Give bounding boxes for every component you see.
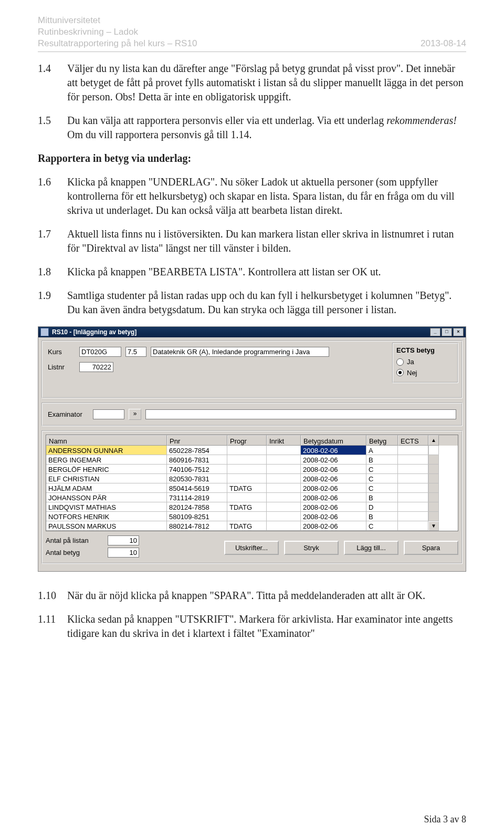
table-cell[interactable] [267,455,301,465]
stryk-button[interactable]: Stryk [284,541,339,555]
table-cell[interactable]: 2008-02-06 [301,521,366,531]
table-cell[interactable] [227,474,267,483]
table-cell[interactable]: LINDQVIST MATHIAS [46,502,167,512]
table-cell[interactable]: BERG INGEMAR [46,455,167,465]
table-cell[interactable] [227,465,267,474]
table-cell[interactable]: C [366,465,398,474]
table-cell[interactable]: 580109-8251 [167,512,227,521]
table-cell[interactable]: 2008-02-06 [301,512,366,521]
kurs-name-input[interactable] [151,347,329,357]
ects-ja-radio[interactable]: Ja [396,357,454,367]
table-cell[interactable]: D [366,502,398,512]
scrollbar-track[interactable] [428,465,439,474]
table-cell[interactable] [398,455,428,465]
table-cell[interactable]: 2008-02-06 [301,465,366,474]
table-row[interactable]: BERGLÖF HENRIC740106-75122008-02-06C [46,465,458,474]
col-namn[interactable]: Namn [46,435,167,446]
scrollbar-track[interactable] [428,455,439,465]
table-cell[interactable] [267,465,301,474]
table-cell[interactable]: 820530-7831 [167,474,227,483]
table-cell[interactable] [267,493,301,502]
table-cell[interactable]: 2008-02-06 [301,483,366,493]
table-cell[interactable] [398,465,428,474]
table-cell[interactable] [398,512,428,521]
scroll-down-button[interactable]: ▼ [428,521,439,531]
table-cell[interactable] [267,483,301,493]
examinator-code-input[interactable] [93,409,124,419]
table-row[interactable]: LINDQVIST MATHIAS820124-7858TDATG2008-02… [46,502,458,512]
col-progr[interactable]: Progr [227,435,267,446]
table-cell[interactable] [267,512,301,521]
table-row[interactable]: ELF CHRISTIAN820530-78312008-02-06C [46,474,458,483]
table-cell[interactable] [398,474,428,483]
table-cell[interactable]: 2008-02-06 [301,493,366,502]
table-cell[interactable]: 2008-02-06 [301,446,366,455]
kurs-code-input[interactable] [79,347,121,357]
table-cell[interactable] [398,521,428,531]
table-row[interactable]: PAULSSON MARKUS880214-7812TDATG2008-02-0… [46,521,458,531]
utskrifter-button[interactable]: Utskrifter... [224,541,279,555]
table-cell[interactable]: BERGLÖF HENRIC [46,465,167,474]
scrollbar-track[interactable] [428,483,439,493]
lagg-till-button[interactable]: Lägg till... [344,541,398,555]
table-cell[interactable] [267,446,301,455]
table-cell[interactable] [227,446,267,455]
col-ects[interactable]: ECTS [398,435,428,446]
table-cell[interactable] [398,493,428,502]
table-row[interactable]: ANDERSSON GUNNAR650228-78542008-02-06A [46,446,458,455]
table-cell[interactable]: 850414-5619 [167,483,227,493]
examinator-lookup-button[interactable]: » [129,409,141,420]
scrollbar-track[interactable] [428,446,439,455]
table-cell[interactable]: B [366,512,398,521]
listnr-input[interactable] [79,362,113,372]
spara-button[interactable]: Spara [404,541,458,555]
table-cell[interactable]: 880214-7812 [167,521,227,531]
minimize-button[interactable]: _ [430,328,440,336]
col-betygsdatum[interactable]: Betygsdatum [301,435,366,446]
table-cell[interactable]: JOHANSSON PÄR [46,493,167,502]
scrollbar-track[interactable] [428,502,439,512]
scrollbar-track[interactable] [428,512,439,521]
table-cell[interactable]: 2008-02-06 [301,474,366,483]
table-cell[interactable]: TDATG [227,502,267,512]
table-cell[interactable]: 820124-7858 [167,502,227,512]
table-cell[interactable] [227,512,267,521]
table-cell[interactable]: C [366,474,398,483]
student-grid[interactable]: Namn Pnr Progr Inrikt Betygsdatum Betyg … [46,435,458,531]
table-cell[interactable]: 731114-2819 [167,493,227,502]
table-cell[interactable]: B [366,493,398,502]
table-cell[interactable]: 650228-7854 [167,446,227,455]
table-cell[interactable]: HJÄLM ADAM [46,483,167,493]
col-betyg[interactable]: Betyg [366,435,398,446]
table-cell[interactable] [267,474,301,483]
kurs-hp-input[interactable] [125,347,146,357]
table-cell[interactable] [227,493,267,502]
table-cell[interactable]: TDATG [227,483,267,493]
table-cell[interactable]: 860916-7831 [167,455,227,465]
table-row[interactable]: BERG INGEMAR860916-78312008-02-06B [46,455,458,465]
scroll-up-button[interactable]: ▲ [428,435,439,446]
table-row[interactable]: NOTFORS HENRIK580109-82512008-02-06B [46,512,458,521]
window-titlebar[interactable]: RS10 - [Inläggning av betyg] _ □ × [38,327,466,337]
close-button[interactable]: × [453,328,464,336]
table-cell[interactable] [398,446,428,455]
table-cell[interactable]: C [366,521,398,531]
table-cell[interactable]: TDATG [227,521,267,531]
table-cell[interactable]: C [366,483,398,493]
table-cell[interactable]: 2008-02-06 [301,502,366,512]
table-cell[interactable]: NOTFORS HENRIK [46,512,167,521]
table-cell[interactable]: B [366,455,398,465]
table-cell[interactable] [227,455,267,465]
table-cell[interactable]: ANDERSSON GUNNAR [46,446,167,455]
maximize-button[interactable]: □ [442,328,452,336]
table-cell[interactable] [267,502,301,512]
table-cell[interactable]: ELF CHRISTIAN [46,474,167,483]
table-cell[interactable]: 740106-7512 [167,465,227,474]
table-cell[interactable] [398,483,428,493]
col-inrikt[interactable]: Inrikt [267,435,301,446]
col-pnr[interactable]: Pnr [167,435,227,446]
table-cell[interactable] [398,502,428,512]
table-cell[interactable]: A [366,446,398,455]
scrollbar-track[interactable] [428,474,439,483]
table-row[interactable]: HJÄLM ADAM850414-5619TDATG2008-02-06C [46,483,458,493]
